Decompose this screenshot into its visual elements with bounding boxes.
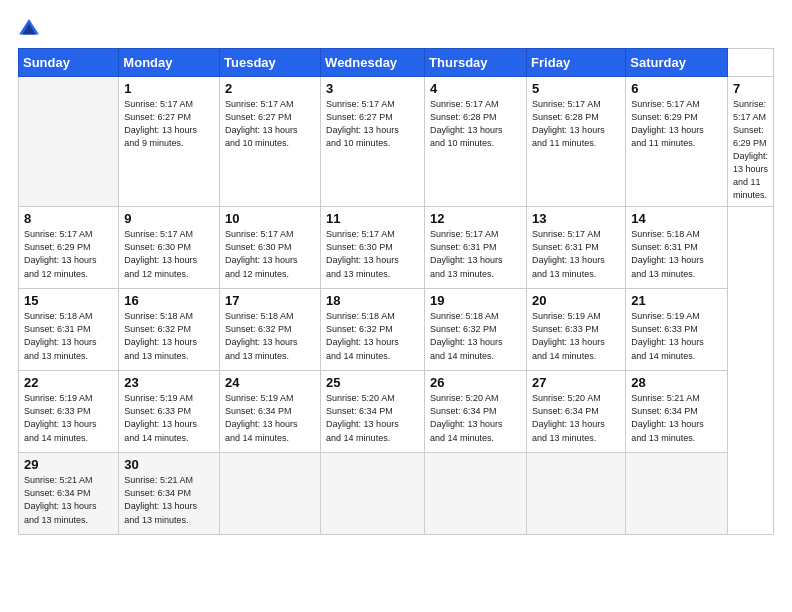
day-number: 7 xyxy=(733,81,768,96)
day-number: 25 xyxy=(326,375,419,390)
day-number: 24 xyxy=(225,375,315,390)
day-info: Sunrise: 5:17 AMSunset: 6:30 PMDaylight:… xyxy=(124,228,214,280)
day-number: 4 xyxy=(430,81,521,96)
header xyxy=(18,18,774,40)
day-info: Sunrise: 5:18 AMSunset: 6:31 PMDaylight:… xyxy=(24,310,113,362)
calendar-week-row: 1Sunrise: 5:17 AMSunset: 6:27 PMDaylight… xyxy=(19,77,774,207)
calendar-cell: 18Sunrise: 5:18 AMSunset: 6:32 PMDayligh… xyxy=(321,289,425,371)
day-number: 5 xyxy=(532,81,620,96)
calendar-cell: 5Sunrise: 5:17 AMSunset: 6:28 PMDaylight… xyxy=(527,77,626,207)
calendar-cell: 4Sunrise: 5:17 AMSunset: 6:28 PMDaylight… xyxy=(425,77,527,207)
calendar-cell xyxy=(527,453,626,535)
header-day-monday: Monday xyxy=(119,49,220,77)
day-number: 15 xyxy=(24,293,113,308)
day-number: 27 xyxy=(532,375,620,390)
calendar-cell: 10Sunrise: 5:17 AMSunset: 6:30 PMDayligh… xyxy=(220,207,321,289)
calendar-cell xyxy=(425,453,527,535)
day-info: Sunrise: 5:17 AMSunset: 6:27 PMDaylight:… xyxy=(124,98,214,150)
calendar-cell: 15Sunrise: 5:18 AMSunset: 6:31 PMDayligh… xyxy=(19,289,119,371)
day-number: 6 xyxy=(631,81,722,96)
calendar-cell: 22Sunrise: 5:19 AMSunset: 6:33 PMDayligh… xyxy=(19,371,119,453)
calendar-cell: 11Sunrise: 5:17 AMSunset: 6:30 PMDayligh… xyxy=(321,207,425,289)
day-number: 9 xyxy=(124,211,214,226)
header-day-wednesday: Wednesday xyxy=(321,49,425,77)
day-info: Sunrise: 5:17 AMSunset: 6:27 PMDaylight:… xyxy=(326,98,419,150)
calendar-cell: 14Sunrise: 5:18 AMSunset: 6:31 PMDayligh… xyxy=(626,207,728,289)
day-number: 23 xyxy=(124,375,214,390)
day-number: 13 xyxy=(532,211,620,226)
day-info: Sunrise: 5:17 AMSunset: 6:28 PMDaylight:… xyxy=(430,98,521,150)
day-number: 1 xyxy=(124,81,214,96)
day-number: 12 xyxy=(430,211,521,226)
calendar-cell: 29Sunrise: 5:21 AMSunset: 6:34 PMDayligh… xyxy=(19,453,119,535)
calendar-week-row: 15Sunrise: 5:18 AMSunset: 6:31 PMDayligh… xyxy=(19,289,774,371)
day-number: 2 xyxy=(225,81,315,96)
day-number: 26 xyxy=(430,375,521,390)
calendar-cell xyxy=(19,77,119,207)
day-info: Sunrise: 5:17 AMSunset: 6:27 PMDaylight:… xyxy=(225,98,315,150)
calendar-cell: 27Sunrise: 5:20 AMSunset: 6:34 PMDayligh… xyxy=(527,371,626,453)
calendar-week-row: 22Sunrise: 5:19 AMSunset: 6:33 PMDayligh… xyxy=(19,371,774,453)
calendar-week-row: 8Sunrise: 5:17 AMSunset: 6:29 PMDaylight… xyxy=(19,207,774,289)
header-day-friday: Friday xyxy=(527,49,626,77)
header-day-tuesday: Tuesday xyxy=(220,49,321,77)
day-info: Sunrise: 5:20 AMSunset: 6:34 PMDaylight:… xyxy=(532,392,620,444)
day-info: Sunrise: 5:21 AMSunset: 6:34 PMDaylight:… xyxy=(124,474,214,526)
day-info: Sunrise: 5:21 AMSunset: 6:34 PMDaylight:… xyxy=(631,392,722,444)
calendar-week-row: 29Sunrise: 5:21 AMSunset: 6:34 PMDayligh… xyxy=(19,453,774,535)
day-info: Sunrise: 5:19 AMSunset: 6:34 PMDaylight:… xyxy=(225,392,315,444)
day-info: Sunrise: 5:17 AMSunset: 6:31 PMDaylight:… xyxy=(430,228,521,280)
calendar-header-row: SundayMondayTuesdayWednesdayThursdayFrid… xyxy=(19,49,774,77)
day-number: 8 xyxy=(24,211,113,226)
day-info: Sunrise: 5:19 AMSunset: 6:33 PMDaylight:… xyxy=(24,392,113,444)
day-info: Sunrise: 5:17 AMSunset: 6:29 PMDaylight:… xyxy=(733,98,768,202)
calendar-cell: 9Sunrise: 5:17 AMSunset: 6:30 PMDaylight… xyxy=(119,207,220,289)
day-info: Sunrise: 5:18 AMSunset: 6:31 PMDaylight:… xyxy=(631,228,722,280)
logo xyxy=(18,18,44,40)
day-number: 22 xyxy=(24,375,113,390)
calendar-cell: 26Sunrise: 5:20 AMSunset: 6:34 PMDayligh… xyxy=(425,371,527,453)
header-day-sunday: Sunday xyxy=(19,49,119,77)
calendar-cell xyxy=(626,453,728,535)
day-number: 30 xyxy=(124,457,214,472)
day-number: 18 xyxy=(326,293,419,308)
calendar-cell: 25Sunrise: 5:20 AMSunset: 6:34 PMDayligh… xyxy=(321,371,425,453)
calendar-cell: 21Sunrise: 5:19 AMSunset: 6:33 PMDayligh… xyxy=(626,289,728,371)
day-info: Sunrise: 5:17 AMSunset: 6:29 PMDaylight:… xyxy=(24,228,113,280)
calendar-cell: 1Sunrise: 5:17 AMSunset: 6:27 PMDaylight… xyxy=(119,77,220,207)
day-number: 29 xyxy=(24,457,113,472)
calendar-cell: 20Sunrise: 5:19 AMSunset: 6:33 PMDayligh… xyxy=(527,289,626,371)
calendar-cell: 2Sunrise: 5:17 AMSunset: 6:27 PMDaylight… xyxy=(220,77,321,207)
day-info: Sunrise: 5:21 AMSunset: 6:34 PMDaylight:… xyxy=(24,474,113,526)
calendar-cell: 12Sunrise: 5:17 AMSunset: 6:31 PMDayligh… xyxy=(425,207,527,289)
day-info: Sunrise: 5:17 AMSunset: 6:30 PMDaylight:… xyxy=(326,228,419,280)
day-info: Sunrise: 5:17 AMSunset: 6:28 PMDaylight:… xyxy=(532,98,620,150)
day-number: 3 xyxy=(326,81,419,96)
day-number: 11 xyxy=(326,211,419,226)
header-day-thursday: Thursday xyxy=(425,49,527,77)
calendar-cell: 13Sunrise: 5:17 AMSunset: 6:31 PMDayligh… xyxy=(527,207,626,289)
calendar-table: SundayMondayTuesdayWednesdayThursdayFrid… xyxy=(18,48,774,535)
calendar-cell: 16Sunrise: 5:18 AMSunset: 6:32 PMDayligh… xyxy=(119,289,220,371)
day-number: 10 xyxy=(225,211,315,226)
day-info: Sunrise: 5:18 AMSunset: 6:32 PMDaylight:… xyxy=(225,310,315,362)
calendar-cell xyxy=(321,453,425,535)
day-info: Sunrise: 5:18 AMSunset: 6:32 PMDaylight:… xyxy=(326,310,419,362)
calendar-cell: 23Sunrise: 5:19 AMSunset: 6:33 PMDayligh… xyxy=(119,371,220,453)
day-info: Sunrise: 5:19 AMSunset: 6:33 PMDaylight:… xyxy=(631,310,722,362)
calendar-cell: 30Sunrise: 5:21 AMSunset: 6:34 PMDayligh… xyxy=(119,453,220,535)
day-number: 19 xyxy=(430,293,521,308)
calendar-cell: 8Sunrise: 5:17 AMSunset: 6:29 PMDaylight… xyxy=(19,207,119,289)
page: SundayMondayTuesdayWednesdayThursdayFrid… xyxy=(0,0,792,612)
day-number: 20 xyxy=(532,293,620,308)
day-number: 28 xyxy=(631,375,722,390)
calendar-cell: 28Sunrise: 5:21 AMSunset: 6:34 PMDayligh… xyxy=(626,371,728,453)
calendar-cell xyxy=(220,453,321,535)
logo-icon xyxy=(18,18,40,40)
calendar-cell: 17Sunrise: 5:18 AMSunset: 6:32 PMDayligh… xyxy=(220,289,321,371)
day-info: Sunrise: 5:19 AMSunset: 6:33 PMDaylight:… xyxy=(532,310,620,362)
day-info: Sunrise: 5:17 AMSunset: 6:29 PMDaylight:… xyxy=(631,98,722,150)
calendar-cell: 19Sunrise: 5:18 AMSunset: 6:32 PMDayligh… xyxy=(425,289,527,371)
day-info: Sunrise: 5:20 AMSunset: 6:34 PMDaylight:… xyxy=(430,392,521,444)
day-info: Sunrise: 5:18 AMSunset: 6:32 PMDaylight:… xyxy=(430,310,521,362)
